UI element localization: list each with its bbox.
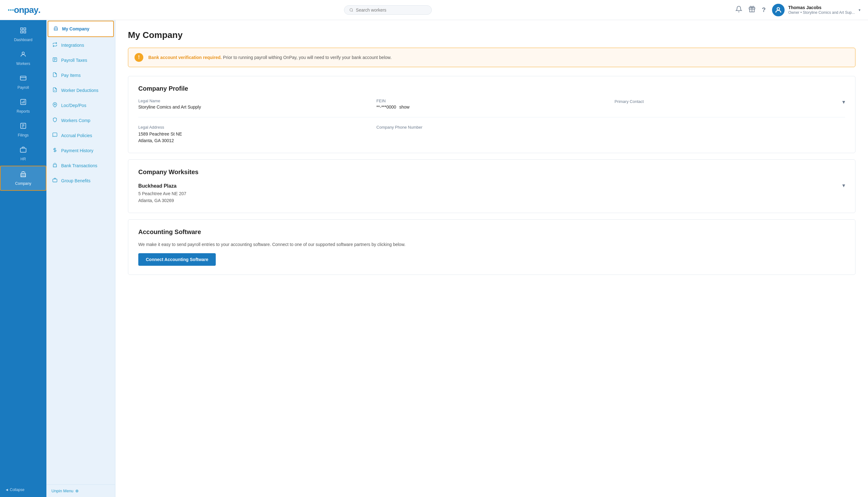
page-title: My Company	[128, 30, 855, 40]
submenu-label-loc-dep-pos: Loc/Dep/Pos	[61, 103, 86, 108]
search-input[interactable]	[356, 8, 426, 13]
submenu-item-payroll-taxes[interactable]: Payroll Taxes	[46, 53, 115, 68]
connect-accounting-button[interactable]: Connect Accounting Software	[138, 253, 216, 266]
submenu-item-integrations[interactable]: Integrations	[46, 38, 115, 53]
search-icon	[349, 8, 353, 12]
header: ···onpay. ?	[0, 0, 868, 20]
submenu-label-worker-deductions: Worker Deductions	[61, 88, 99, 93]
submenu-item-accrual-policies[interactable]: Accrual Policies	[46, 128, 115, 143]
alert-message: Prior to running payroll withing OnPay, …	[223, 55, 391, 60]
workers-comp-icon	[53, 117, 57, 124]
svg-rect-5	[21, 28, 23, 30]
svg-rect-20	[20, 148, 26, 152]
collapse-label: ◄ Collapse	[5, 487, 25, 492]
accounting-title: Accounting Software	[138, 228, 845, 236]
svg-point-9	[22, 52, 24, 54]
submenu-item-worker-deductions[interactable]: Worker Deductions	[46, 83, 115, 98]
sidebar-item-company[interactable]: Company	[0, 166, 46, 191]
submenu-label-pay-items: Pay Items	[61, 73, 80, 78]
unpin-button[interactable]: Unpin Menu ⊗	[52, 488, 110, 493]
worker-deductions-icon	[53, 87, 57, 94]
avatar	[772, 4, 784, 16]
fein-show-link[interactable]: show	[399, 104, 410, 110]
user-role: Owner • Storyline Comics and Art Sup...	[788, 10, 855, 15]
pay-items-icon	[53, 72, 57, 79]
submenu-label-payment-history: Payment History	[61, 148, 93, 153]
worksite-chevron[interactable]: ▾	[842, 182, 845, 189]
submenu-item-pay-items[interactable]: Pay Items	[46, 68, 115, 83]
submenu-item-bank-transactions[interactable]: Bank Transactions	[46, 158, 115, 173]
svg-rect-7	[21, 31, 23, 33]
header-center	[41, 5, 736, 15]
group-benefits-icon	[53, 178, 57, 184]
company-phone-field: Company Phone Number	[376, 125, 607, 144]
integrations-icon	[53, 42, 57, 48]
search-box[interactable]	[344, 5, 432, 15]
submenu-item-my-company[interactable]: My Company	[48, 21, 114, 37]
gifts-icon[interactable]	[749, 6, 755, 14]
submenu-item-workers-comp[interactable]: Workers Comp	[46, 113, 115, 128]
sidebar-label-filings: Filings	[18, 133, 29, 138]
profile-divider	[138, 117, 845, 117]
submenu-item-loc-dep-pos[interactable]: Loc/Dep/Pos	[46, 98, 115, 113]
submenu-label-workers-comp: Workers Comp	[61, 118, 90, 123]
sidebar-label-hr: HR	[20, 157, 26, 161]
svg-point-0	[350, 9, 353, 11]
workers-icon	[20, 51, 27, 60]
sidebar-item-filings[interactable]: Filings	[0, 118, 46, 142]
worksites-section: Company Worksites Buckhead Plaza 5 Peach…	[128, 159, 855, 213]
sidebar-label-workers: Workers	[16, 61, 30, 66]
legal-address-label: Legal Address	[138, 125, 369, 130]
worksite-name: Buckhead Plaza	[138, 182, 186, 190]
sidebar-item-hr[interactable]: HR	[0, 142, 46, 166]
sidebar-item-workers[interactable]: Workers	[0, 46, 46, 70]
submenu-item-payment-history[interactable]: Payment History	[46, 143, 115, 158]
user-info: Thomas Jacobs Owner • Storyline Comics a…	[788, 5, 855, 15]
submenu-label-accrual-policies: Accrual Policies	[61, 133, 92, 138]
collapse-button[interactable]: ◄ Collapse	[0, 483, 46, 497]
alert-text: Bank account verification required. Prio…	[148, 55, 392, 60]
worksites-title: Company Worksites	[138, 169, 845, 176]
sidebar-item-reports[interactable]: Reports	[0, 94, 46, 118]
payroll-taxes-icon	[53, 57, 57, 63]
legal-name-value: Storyline Comics and Art Supply	[138, 104, 369, 110]
alert-banner: ! Bank account verification required. Pr…	[128, 48, 855, 67]
payroll-icon	[20, 75, 27, 84]
sidebar-item-payroll[interactable]: Payroll	[0, 70, 46, 94]
sidebar-item-dashboard[interactable]: Dashboard	[0, 23, 46, 46]
loc-dep-pos-icon	[53, 102, 57, 109]
svg-rect-10	[20, 76, 26, 80]
primary-contact-field: Primary Contact ▾	[615, 99, 845, 110]
submenu-bottom: Unpin Menu ⊗	[46, 484, 115, 497]
alert-strong: Bank account verification required.	[148, 55, 222, 60]
submenu-label-my-company: My Company	[62, 26, 89, 31]
help-icon[interactable]: ?	[762, 6, 765, 14]
sidebar-label-payroll: Payroll	[17, 85, 29, 90]
legal-address-value: 1589 Peachtree St NE Atlanta, GA 30012	[138, 131, 369, 144]
legal-address-field: Legal Address 1589 Peachtree St NE Atlan…	[138, 125, 369, 144]
hr-icon	[20, 146, 27, 155]
user-menu[interactable]: Thomas Jacobs Owner • Storyline Comics a…	[772, 4, 860, 16]
worksite-info: Buckhead Plaza 5 Peachtree Ave NE 207 At…	[138, 182, 186, 204]
fein-value: **-***0000 show	[376, 104, 607, 110]
legal-name-label: Legal Name	[138, 99, 369, 103]
sidebar-label-company: Company	[15, 181, 31, 186]
svg-line-1	[352, 11, 353, 11]
svg-rect-8	[24, 31, 26, 33]
reports-icon	[20, 99, 27, 107]
filings-icon	[20, 122, 27, 131]
svg-point-4	[777, 8, 780, 10]
unpin-icon: ⊗	[75, 488, 79, 493]
svg-rect-6	[24, 28, 26, 30]
primary-contact-chevron[interactable]: ▾	[842, 99, 845, 105]
header-right: ? Thomas Jacobs Owner • Storyline Comics…	[735, 4, 860, 16]
main-layout: Dashboard Workers Payroll	[0, 20, 868, 497]
svg-point-26	[54, 104, 56, 105]
worksite-row: Buckhead Plaza 5 Peachtree Ave NE 207 At…	[138, 182, 845, 204]
worksite-address-line2: Atlanta, GA 30269	[138, 197, 186, 204]
fein-field: FEIN **-***0000 show	[376, 99, 607, 110]
notifications-icon[interactable]	[735, 6, 742, 14]
bank-transactions-icon	[53, 162, 57, 169]
submenu-item-group-benefits[interactable]: Group Benefits	[46, 173, 115, 188]
company-profile-section: Company Profile Legal Name Storyline Com…	[128, 76, 855, 153]
